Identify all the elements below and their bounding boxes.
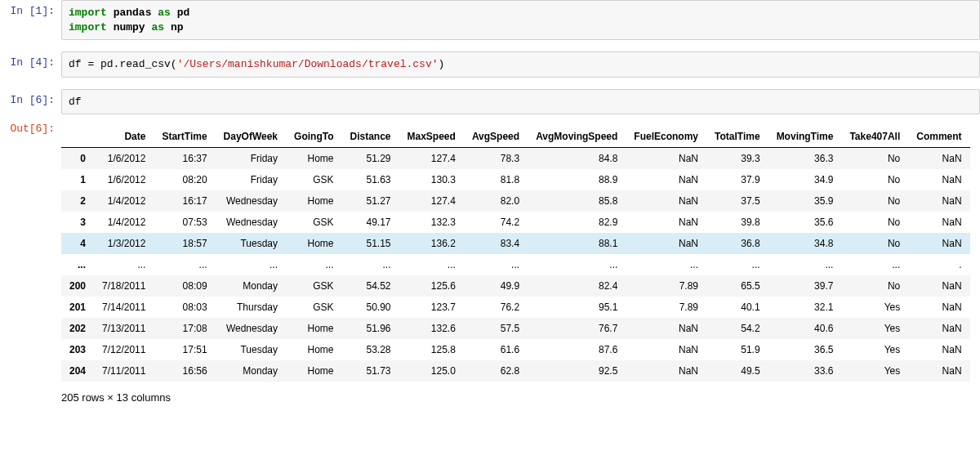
table-cell: 123.7 [399,297,464,318]
table-cell: 40.6 [768,318,842,339]
code-input-1[interactable]: import pandas as pd import numpy as np [61,0,980,40]
table-cell: 54.2 [706,318,768,339]
table-cell: ... [399,254,464,275]
table-cell: ... [626,254,706,275]
table-col-header: AvgMovingSpeed [528,126,626,148]
table-cell: 57.5 [464,318,528,339]
code-cell-1: In [1]: import pandas as pd import numpy… [0,0,980,40]
table-cell: GSK [286,169,341,190]
code-input-3[interactable]: df [61,89,980,115]
code-input-2[interactable]: df = pd.read_csv('/Users/manishkumar/Dow… [61,51,980,78]
output-cell-3: Out[6]: DateStartTimeDayOfWeekGoingToDis… [0,118,980,418]
table-cell: No [841,233,908,254]
table-col-header: MovingTime [768,126,842,148]
table-cell: 49.9 [464,275,528,297]
code-call: pd.read_csv( [94,58,176,70]
table-cell: 84.8 [528,148,626,170]
table-cell: 1/6/2012 [94,169,154,190]
table-cell: NaN [908,169,969,190]
table-cell: No [841,169,908,190]
table-cell: No [841,275,908,297]
table-cell: ... [286,254,341,275]
table-cell: NaN [626,212,706,233]
table-cell: 127.4 [399,190,464,212]
table-col-header: Comment [908,126,969,148]
row-index: 203 [61,339,94,360]
code-cell-2: In [4]: df = pd.read_csv('/Users/manishk… [0,51,980,78]
table-cell: 51.29 [341,148,399,170]
table-col-header: StartTime [154,126,215,148]
table-cell: NaN [908,190,969,212]
table-cell: 130.3 [399,169,464,190]
table-cell: 82.4 [528,275,626,297]
table-cell: NaN [626,339,706,360]
table-cell: Wednesday [216,318,286,339]
table-cell: 7.89 [626,297,706,318]
table-cell: 83.4 [464,233,528,254]
table-cell: 18:57 [154,233,215,254]
table-cell: 53.28 [341,339,399,360]
table-cell: 125.0 [399,360,464,382]
table-row: 31/4/201207:53WednesdayGSK49.17132.374.2… [61,212,970,233]
table-cell: 1/4/2012 [94,190,154,212]
table-cell: Monday [216,360,286,382]
table-cell: 7/18/2011 [94,275,154,297]
table-cell: Home [286,339,341,360]
table-cell: 82.0 [464,190,528,212]
table-cell: No [841,148,908,170]
table-cell: 36.3 [768,148,842,170]
table-cell: ... [768,254,842,275]
table-cell: GSK [286,275,341,297]
table-cell: 40.1 [706,297,768,318]
table-cell: No [841,190,908,212]
code-df: df [69,96,82,108]
table-cell: NaN [908,318,969,339]
table-cell: 88.9 [528,169,626,190]
table-cell: 125.6 [399,275,464,297]
prompt-in-1: In [1]: [0,0,61,17]
table-col-header: DayOfWeek [216,126,286,148]
table-cell: 95.1 [528,297,626,318]
table-header-row: DateStartTimeDayOfWeekGoingToDistanceMax… [61,126,970,148]
table-cell: 39.3 [706,148,768,170]
table-cell: 1/4/2012 [94,212,154,233]
table-row: 2037/12/201117:51TuesdayHome53.28125.861… [61,339,970,360]
table-cell: 76.7 [528,318,626,339]
row-index: 204 [61,360,94,382]
table-cell: Friday [216,169,286,190]
table-row: 2017/14/201108:03ThursdayGSK50.90123.776… [61,297,970,318]
table-cell: ... [528,254,626,275]
table-cell: 78.3 [464,148,528,170]
table-cell: 7.89 [626,275,706,297]
table-cell: 51.15 [341,233,399,254]
table-cell: Tuesday [216,339,286,360]
table-col-header: Take407All [841,126,908,148]
kw-as: as [151,21,164,33]
dataframe-shape: 205 rows × 13 columns [61,391,980,404]
row-index: 4 [61,233,94,254]
table-cell: Monday [216,275,286,297]
row-index: 0 [61,148,94,170]
table-cell: Yes [841,360,908,382]
table-cell: ... [94,254,154,275]
table-cell: 65.5 [706,275,768,297]
table-cell: 76.2 [464,297,528,318]
table-cell: 33.6 [768,360,842,382]
table-cell: NaN [908,233,969,254]
table-cell: NaN [908,148,969,170]
alias-np: np [171,21,184,33]
table-cell: 62.8 [464,360,528,382]
table-cell: 51.27 [341,190,399,212]
table-cell: 1/3/2012 [94,233,154,254]
table-cell: ... [341,254,399,275]
table-cell: 37.5 [706,190,768,212]
table-cell: 08:20 [154,169,215,190]
kw-import: import [69,7,107,19]
table-cell: Yes [841,339,908,360]
table-cell: 125.8 [399,339,464,360]
table-cell: 81.8 [464,169,528,190]
table-cell: 7/11/2011 [94,360,154,382]
table-cell: Thursday [216,297,286,318]
table-cell: 08:09 [154,275,215,297]
table-cell: 61.6 [464,339,528,360]
